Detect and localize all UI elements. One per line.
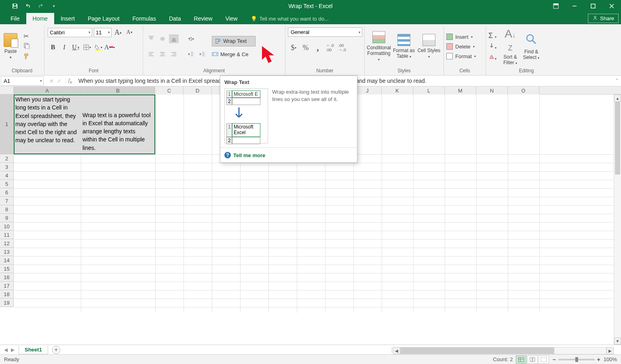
row-header-15[interactable]: 15 [0,265,14,273]
scroll-up-icon[interactable]: ▲ [614,95,621,102]
cancel-formula-icon[interactable]: ✕ [49,78,54,84]
row-header-14[interactable]: 14 [0,256,14,265]
underline-button[interactable]: U▾ [70,42,81,53]
column-header-c[interactable]: C [155,86,184,95]
new-sheet-button[interactable]: + [52,346,60,354]
undo-icon[interactable] [24,2,32,10]
zoom-out-button[interactable]: − [552,356,556,363]
zoom-thumb[interactable] [575,357,578,362]
row-header-13[interactable]: 13 [0,248,14,256]
paste-button[interactable]: Paste▾ [2,33,19,60]
autosum-button[interactable]: Σ ▾ [488,32,500,40]
cell-styles-button[interactable]: Cell Styles ▾ [416,34,441,59]
row-header-9[interactable]: 9 [0,214,14,222]
sheet-tab-sheet1[interactable]: Sheet1 [19,345,48,354]
find-select-button[interactable]: Find & Select ▾ [521,33,542,60]
row-header-16[interactable]: 16 [0,273,14,282]
row-header-7[interactable]: 7 [0,197,14,205]
zoom-in-button[interactable]: + [597,356,600,363]
row-header-1[interactable]: 1 [0,95,14,154]
column-header-b[interactable]: B [81,86,155,95]
tooltip-tell-me-more[interactable]: ? Tell me more [220,148,357,162]
enter-formula-icon[interactable]: ✓ [57,78,61,84]
tab-review[interactable]: Review [188,13,219,24]
cell-b1[interactable]: Wrap text is a powerful tool in Excel th… [81,95,153,153]
name-box[interactable]: A1▾ [1,76,44,86]
qat-customize-icon[interactable]: ▾ [50,2,57,10]
zoom-slider[interactable]: − + [552,356,600,363]
insert-cells-button[interactable]: Insert▾ [446,34,473,40]
zoom-track[interactable] [558,359,595,360]
row-header-8[interactable]: 8 [0,205,14,214]
close-button[interactable] [602,0,621,12]
sheet-nav-prev-icon[interactable]: ◀ [4,347,8,353]
column-header-n[interactable]: N [476,86,508,95]
increase-decimal-icon[interactable]: ←.0.00 [324,42,336,53]
cell-a1[interactable]: When you start typing long texts in a Ce… [14,95,78,153]
page-break-view-button[interactable] [539,356,549,364]
font-name-selector[interactable]: Calibri▾ [48,28,92,37]
redo-icon[interactable] [37,2,44,10]
maximize-button[interactable] [584,0,602,12]
vertical-scrollbar[interactable]: ▲ ▼ [614,95,621,345]
row-header-4[interactable]: 4 [0,171,14,180]
scroll-left-icon[interactable]: ◀ [393,347,400,354]
increase-indent-icon[interactable] [197,50,207,59]
scroll-down-icon[interactable]: ▼ [614,337,621,345]
row-header-12[interactable]: 12 [0,239,14,248]
column-header-a[interactable]: A [14,86,81,95]
increase-font-icon[interactable]: A▴ [113,27,123,37]
merge-center-button[interactable]: Merge & Ce ▾ [212,51,268,57]
bold-button[interactable]: B [48,42,58,53]
sort-filter-button[interactable]: A↓Z Sort & Filter ▾ [500,27,521,65]
page-layout-view-button[interactable] [527,356,538,364]
wrap-text-button[interactable]: Wrap Text [212,36,256,46]
fill-button[interactable]: ▾ [488,42,500,51]
vertical-scroll-thumb[interactable] [615,102,620,175]
insert-function-icon[interactable]: fx [66,77,74,84]
select-all-corner[interactable] [0,86,14,94]
accounting-format-icon[interactable]: $▾ [288,42,299,53]
align-middle-icon[interactable] [158,34,167,43]
minimize-button[interactable] [565,0,584,12]
font-size-selector[interactable]: 11▾ [94,28,112,37]
decrease-decimal-icon[interactable]: .00→.0 [336,42,348,53]
normal-view-button[interactable] [516,356,526,364]
tab-file[interactable]: File [4,13,26,24]
align-right-icon[interactable] [169,50,179,59]
align-bottom-icon[interactable] [169,34,179,43]
font-color-button[interactable]: A▾ [104,42,115,53]
horizontal-scroll-thumb[interactable] [401,347,554,354]
tab-view[interactable]: View [219,13,244,24]
share-button[interactable]: Share [588,14,619,23]
row-header-2[interactable]: 2 [0,154,14,163]
comma-format-icon[interactable]: , [312,42,323,53]
column-header-j[interactable]: J [353,86,382,95]
clear-button[interactable]: ▾ [488,53,500,62]
scroll-right-icon[interactable]: ▶ [606,347,614,354]
tell-me-search[interactable]: 💡 Tell me what you want to do... [244,13,335,24]
row-header-17[interactable]: 17 [0,282,14,290]
row-header-10[interactable]: 10 [0,222,14,231]
format-cells-button[interactable]: Format▾ [446,53,476,59]
sheet-nav-next-icon[interactable]: ▶ [11,347,15,353]
italic-button[interactable]: I [59,42,70,53]
format-painter-icon[interactable] [23,53,30,61]
column-header-m[interactable]: M [445,86,476,95]
number-format-selector[interactable]: General▾ [288,27,362,37]
percent-format-icon[interactable]: % [300,42,311,53]
column-header-d[interactable]: D [184,86,212,95]
tab-page-layout[interactable]: Page Layout [81,13,126,24]
row-header-6[interactable]: 6 [0,188,14,197]
decrease-indent-icon[interactable] [186,50,196,59]
row-header-18[interactable]: 18 [0,290,14,299]
column-header-o[interactable]: O [508,86,539,95]
align-top-icon[interactable] [146,34,156,43]
horizontal-scrollbar[interactable]: ◀ ▶ [393,347,614,354]
delete-cells-button[interactable]: Delete▾ [446,43,475,50]
zoom-level[interactable]: 100% [604,356,617,362]
tab-home[interactable]: Home [26,13,54,24]
ribbon-display-icon[interactable] [547,0,565,12]
align-left-icon[interactable] [146,50,156,59]
cut-icon[interactable]: ✂ [23,32,30,40]
